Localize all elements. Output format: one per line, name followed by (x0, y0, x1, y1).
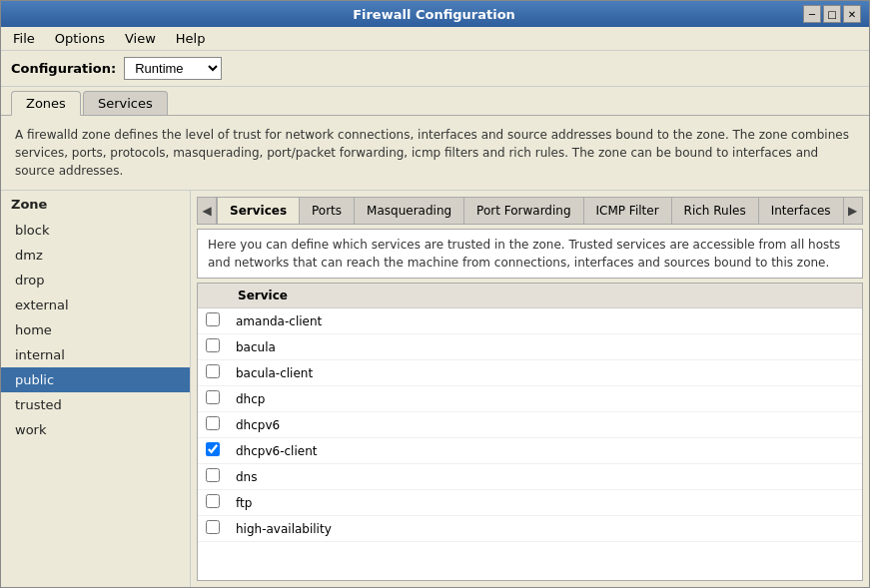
inner-tab-port-forwarding[interactable]: Port Forwarding (463, 197, 582, 225)
menu-options[interactable]: Options (47, 29, 113, 48)
services-table: Service amanda-client bacula (198, 284, 862, 542)
service-label: ftp (228, 490, 862, 516)
service-label: dhcp (228, 386, 862, 412)
zone-item-external[interactable]: external (1, 293, 190, 317)
service-label: dns (228, 464, 862, 490)
service-checkbox-dhcpv6-client[interactable] (206, 442, 220, 456)
titlebar-buttons: ─ □ ✕ (803, 5, 861, 23)
services-description: Here you can define which services are t… (197, 229, 863, 279)
table-row: high-availability (198, 516, 862, 542)
menu-help[interactable]: Help (168, 29, 214, 48)
zone-item-work[interactable]: work (1, 417, 190, 442)
service-label: dhcpv6 (228, 412, 862, 438)
zone-header: Zone (1, 191, 190, 218)
zone-item-trusted[interactable]: trusted (1, 392, 190, 417)
service-label: bacula (228, 334, 862, 360)
content-panel: ◀ Services Ports Masquerading Port Forwa… (191, 191, 869, 587)
inner-tab-ports[interactable]: Ports (299, 197, 354, 225)
top-tabs: Zones Services (1, 87, 869, 116)
minimize-button[interactable]: ─ (803, 5, 821, 23)
inner-tab-rich-rules[interactable]: Rich Rules (671, 197, 758, 225)
zone-item-dmz[interactable]: dmz (1, 243, 190, 268)
service-label: amanda-client (228, 308, 862, 334)
inner-tab-services[interactable]: Services (217, 197, 299, 225)
check-col-header (198, 284, 228, 308)
inner-tabs-row: ◀ Services Ports Masquerading Port Forwa… (197, 197, 863, 225)
service-checkbox-dhcp[interactable] (206, 390, 220, 404)
nav-left-arrow[interactable]: ◀ (197, 197, 217, 225)
config-label: Configuration: (11, 61, 116, 76)
config-select[interactable]: Runtime Permanent (124, 57, 222, 80)
table-row: bacula-client (198, 360, 862, 386)
table-row: dhcpv6 (198, 412, 862, 438)
titlebar: Firewall Configuration ─ □ ✕ (1, 1, 869, 27)
main-window: Firewall Configuration ─ □ ✕ File Option… (0, 0, 870, 588)
table-row: amanda-client (198, 308, 862, 334)
service-checkbox-bacula-client[interactable] (206, 364, 220, 378)
service-label: high-availability (228, 516, 862, 542)
service-checkbox-ftp[interactable] (206, 494, 220, 508)
service-col-header: Service (228, 284, 862, 308)
maximize-button[interactable]: □ (823, 5, 841, 23)
table-row: ftp (198, 490, 862, 516)
inner-tab-masquerading[interactable]: Masquerading (354, 197, 463, 225)
service-label: dhcpv6-client (228, 438, 862, 464)
zone-item-public[interactable]: public (1, 367, 190, 392)
menubar: File Options View Help (1, 27, 869, 51)
zone-item-internal[interactable]: internal (1, 342, 190, 367)
zone-item-block[interactable]: block (1, 218, 190, 243)
service-checkbox-amanda-client[interactable] (206, 312, 220, 326)
menu-file[interactable]: File (5, 29, 43, 48)
menu-view[interactable]: View (117, 29, 164, 48)
zone-item-drop[interactable]: drop (1, 268, 190, 293)
inner-tab-icmp-filter[interactable]: ICMP Filter (583, 197, 671, 225)
nav-right-arrow[interactable]: ▶ (843, 197, 863, 225)
service-checkbox-high-availability[interactable] (206, 520, 220, 534)
close-button[interactable]: ✕ (843, 5, 861, 23)
service-checkbox-dhcpv6[interactable] (206, 416, 220, 430)
main-area: Zone block dmz drop external home intern… (1, 191, 869, 587)
service-checkbox-dns[interactable] (206, 468, 220, 482)
table-row: dhcpv6-client (198, 438, 862, 464)
service-label: bacula-client (228, 360, 862, 386)
tab-zones[interactable]: Zones (11, 91, 81, 116)
window-title: Firewall Configuration (65, 7, 803, 22)
inner-tab-interfaces[interactable]: Interfaces (758, 197, 843, 225)
zone-item-home[interactable]: home (1, 317, 190, 342)
zone-description: A firewalld zone defines the level of tr… (1, 116, 869, 191)
toolbar: Configuration: Runtime Permanent (1, 51, 869, 87)
tab-services[interactable]: Services (83, 91, 168, 115)
table-row: dns (198, 464, 862, 490)
table-row: bacula (198, 334, 862, 360)
table-row: dhcp (198, 386, 862, 412)
services-table-container: Service amanda-client bacula (197, 283, 863, 581)
zone-list: Zone block dmz drop external home intern… (1, 191, 191, 587)
service-checkbox-bacula[interactable] (206, 338, 220, 352)
